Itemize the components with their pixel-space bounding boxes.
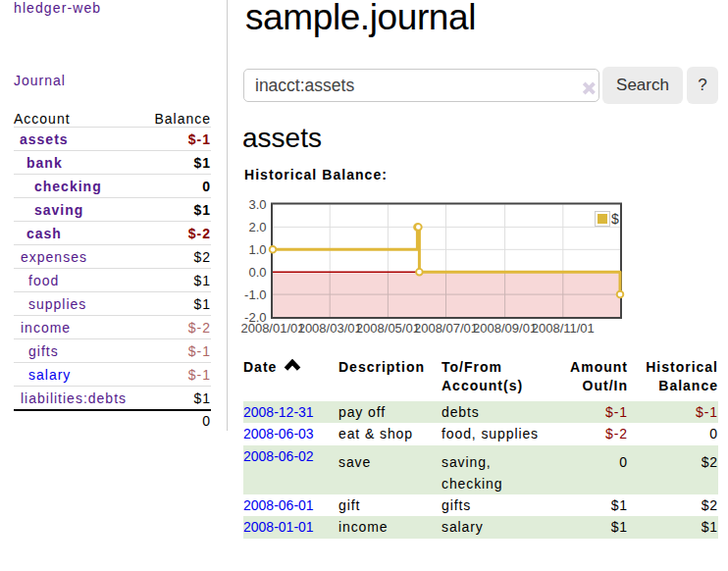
svg-text:2008/07/01: 2008/07/01 <box>414 321 478 336</box>
svg-text:$: $ <box>611 211 619 227</box>
svg-text:1.0: 1.0 <box>248 242 266 257</box>
svg-text:2008/01/01: 2008/01/01 <box>240 321 304 336</box>
svg-text:-1.0: -1.0 <box>244 287 266 302</box>
svg-text:2008/05/01: 2008/05/01 <box>356 321 420 336</box>
svg-text:0.0: 0.0 <box>248 265 266 280</box>
svg-text:2008/09/01: 2008/09/01 <box>473 321 537 336</box>
svg-text:3.0: 3.0 <box>248 197 266 212</box>
svg-text:2008/03/01: 2008/03/01 <box>298 321 362 336</box>
svg-text:2008/11/01: 2008/11/01 <box>532 321 595 336</box>
svg-text:2.0: 2.0 <box>248 220 266 234</box>
